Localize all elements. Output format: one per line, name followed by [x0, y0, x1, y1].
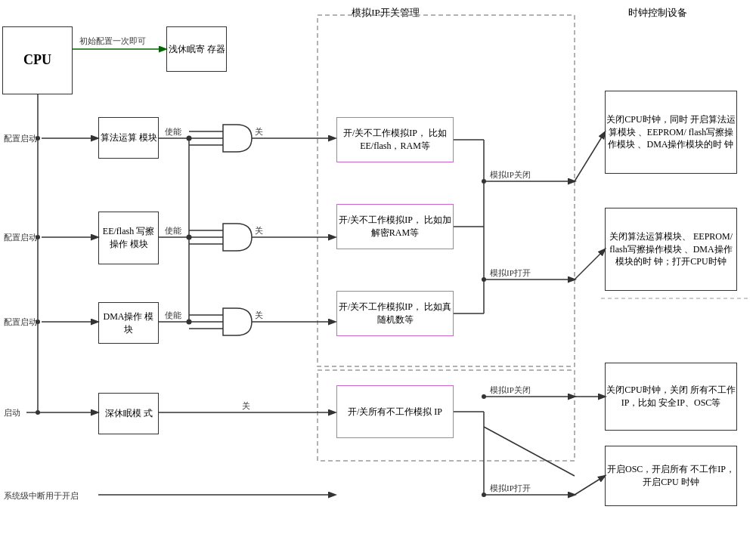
- svg-text:关: 关: [255, 310, 263, 320]
- clock-ctrl-box-4: 开启OSC，开启所有 不工作IP，开启CPU 时钟: [605, 446, 737, 506]
- svg-text:配置启动: 配置启动: [4, 233, 37, 242]
- svg-text:关: 关: [255, 127, 263, 136]
- analog-ip-all-box: 开/关所有不工作模拟 IP: [336, 385, 454, 438]
- svg-text:模拟IP打开: 模拟IP打开: [490, 483, 531, 493]
- dma-module-box: DMA操作 模块: [98, 302, 159, 344]
- ee-flash-module-box: EE/flash 写擦操作 模块: [98, 212, 159, 264]
- svg-text:系统级中断用于开启: 系统级中断用于开启: [4, 491, 79, 500]
- svg-text:模拟IP打开: 模拟IP打开: [490, 268, 531, 277]
- section-analog-ip-label: 模拟IP开关管理: [325, 6, 446, 20]
- svg-point-66: [36, 410, 40, 415]
- deep-sleep-box: 深休眠模 式: [98, 393, 159, 434]
- clock-ctrl-box-1: 关闭CPU时钟，同时 开启算法运算模块 、EEPROM/ flash写擦操作模块…: [605, 91, 737, 174]
- svg-point-18: [187, 320, 192, 325]
- svg-point-43: [482, 179, 486, 184]
- svg-point-65: [36, 320, 40, 324]
- svg-text:启动: 启动: [4, 408, 20, 417]
- svg-point-64: [36, 235, 40, 239]
- svg-line-45: [575, 132, 605, 181]
- diagram: 模拟IP开关管理 时钟控制设备 CPU 浅休眠寄 存器 算法运算 模块 EE/f…: [0, 0, 756, 559]
- section-clock-ctrl-label: 时钟控制设备: [597, 6, 718, 20]
- svg-text:使能: 使能: [165, 310, 181, 320]
- svg-point-8: [187, 136, 192, 141]
- analog-ip-box-2: 开/关不工作模拟IP， 比如加解密RAM等: [336, 204, 454, 249]
- svg-text:关: 关: [255, 226, 263, 235]
- analog-ip-box-1: 开/关不工作模拟IP， 比如EE/flash，RAM等: [336, 117, 454, 162]
- svg-text:配置启动: 配置启动: [4, 317, 37, 326]
- svg-text:使能: 使能: [165, 226, 181, 235]
- svg-text:模拟IP关闭: 模拟IP关闭: [490, 385, 531, 394]
- algo-module-box: 算法运算 模块: [98, 117, 159, 159]
- svg-line-55: [484, 427, 575, 476]
- shallow-sleep-reg-box: 浅休眠寄 存器: [166, 26, 227, 72]
- svg-line-60: [575, 476, 605, 495]
- svg-point-63: [36, 136, 40, 141]
- svg-text:初始配置一次即可: 初始配置一次即可: [79, 36, 146, 45]
- cpu-box: CPU: [2, 26, 73, 94]
- svg-point-13: [187, 235, 192, 240]
- svg-point-52: [482, 394, 486, 399]
- clock-ctrl-box-3: 关闭CPU时钟，关闭 所有不工作IP，比如 安全IP、OSC等: [605, 363, 737, 431]
- svg-point-57: [482, 493, 486, 497]
- svg-point-47: [482, 277, 486, 282]
- svg-text:配置启动: 配置启动: [4, 134, 37, 143]
- clock-ctrl-box-2: 关闭算法运算模块、 EEPROM/ flash写擦操作模块 、DMA操作模块的时…: [605, 208, 737, 291]
- svg-text:模拟IP关闭: 模拟IP关闭: [490, 170, 531, 179]
- svg-text:关: 关: [242, 401, 250, 410]
- svg-line-49: [575, 249, 605, 280]
- analog-ip-box-3: 开/关不工作模拟IP， 比如真随机数等: [336, 291, 454, 336]
- svg-text:使能: 使能: [165, 127, 181, 136]
